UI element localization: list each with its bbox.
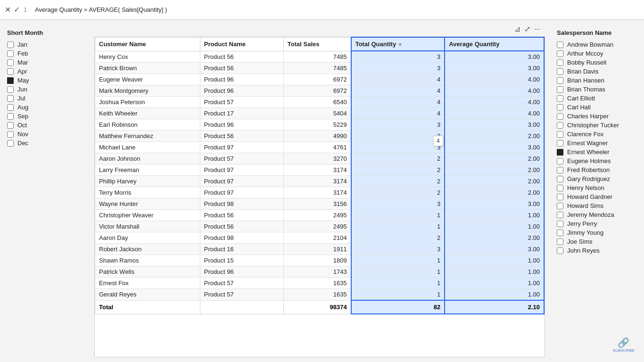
- table-row[interactable]: Earl RobinsonProduct 96522933.00: [95, 119, 545, 131]
- person-checkbox[interactable]: [557, 176, 563, 182]
- table-row[interactable]: Ernest FoxProduct 57163511.00: [95, 278, 545, 289]
- person-item[interactable]: Henry Nelson: [557, 184, 637, 191]
- month-checkbox[interactable]: [7, 59, 14, 66]
- person-checkbox[interactable]: [557, 194, 563, 200]
- month-item[interactable]: Jun: [7, 86, 87, 93]
- table-row[interactable]: Gerald ReyesProduct 57163511.00: [95, 289, 545, 301]
- cancel-icon[interactable]: ✕: [5, 5, 11, 14]
- person-item[interactable]: Joe Sims: [557, 238, 637, 245]
- person-checkbox[interactable]: [557, 140, 563, 147]
- person-checkbox[interactable]: [557, 68, 563, 75]
- month-item[interactable]: Nov: [7, 131, 87, 138]
- person-checkbox[interactable]: [557, 131, 563, 138]
- month-item[interactable]: Oct: [7, 122, 87, 129]
- person-checkbox[interactable]: [557, 230, 563, 236]
- person-item[interactable]: Jeremy Mendoza: [557, 211, 637, 218]
- table-row[interactable]: Mark MontgomeryProduct 96697244.00: [95, 85, 545, 97]
- person-item[interactable]: Ernest Wheeler: [557, 148, 637, 156]
- month-checkbox[interactable]: [7, 68, 14, 75]
- person-item[interactable]: Bobby Russell: [557, 59, 637, 66]
- person-checkbox[interactable]: [557, 122, 563, 129]
- table-row[interactable]: Terry MorrisProduct 97317422.00: [95, 187, 545, 198]
- month-checkbox[interactable]: [7, 41, 14, 48]
- month-item[interactable]: Feb: [7, 50, 87, 57]
- table-row[interactable]: Aaron JohnsonProduct 57327022.00: [95, 153, 545, 165]
- person-checkbox[interactable]: [557, 86, 563, 93]
- table-row[interactable]: Matthew FernandezProduct 56499022.00: [95, 131, 545, 142]
- person-item[interactable]: Andrew Bowman: [557, 41, 637, 48]
- more-options-icon[interactable]: ···: [534, 25, 540, 33]
- person-checkbox[interactable]: [557, 59, 563, 66]
- table-row[interactable]: Patrick WellsProduct 96174311.00: [95, 266, 545, 278]
- person-item[interactable]: Gary Rodriguez: [557, 175, 637, 182]
- person-item[interactable]: Jimmy Young: [557, 229, 637, 236]
- person-item[interactable]: Howard Gardner: [557, 193, 637, 200]
- person-checkbox[interactable]: [557, 239, 563, 245]
- month-item[interactable]: Mar: [7, 59, 87, 66]
- table-row[interactable]: Phillip HarveyProduct 97317422.00: [95, 176, 545, 187]
- month-item[interactable]: Jan: [7, 41, 87, 48]
- person-item[interactable]: Clarence Fox: [557, 131, 637, 138]
- month-item[interactable]: Sep: [7, 113, 87, 120]
- person-item[interactable]: Brian Hansen: [557, 77, 637, 84]
- table-row[interactable]: Aaron DayProduct 98210422.00: [95, 232, 545, 244]
- person-item[interactable]: Christopher Tucker: [557, 122, 637, 129]
- person-checkbox[interactable]: [557, 167, 563, 173]
- person-item[interactable]: Charles Harper: [557, 113, 637, 120]
- month-checkbox[interactable]: [7, 140, 14, 147]
- table-scroll[interactable]: Customer Name Product Name Total Sales T…: [95, 37, 545, 357]
- table-row[interactable]: Patrick BrownProduct 56748533.00: [95, 63, 545, 74]
- person-item[interactable]: Ernest Wagner: [557, 140, 637, 147]
- person-item[interactable]: Arthur Mccoy: [557, 50, 637, 57]
- person-checkbox[interactable]: [557, 212, 563, 218]
- table-row[interactable]: Michael LaneProduct 97476133.00: [95, 142, 545, 153]
- person-checkbox[interactable]: [557, 221, 563, 227]
- person-checkbox[interactable]: [557, 50, 563, 57]
- person-item[interactable]: Fred Robertson: [557, 166, 637, 173]
- month-item[interactable]: May: [7, 77, 87, 84]
- person-checkbox[interactable]: [557, 113, 563, 120]
- month-checkbox[interactable]: [7, 95, 14, 102]
- month-item[interactable]: Jul: [7, 95, 87, 102]
- person-item[interactable]: Jerry Perry: [557, 220, 637, 227]
- person-checkbox[interactable]: [557, 95, 563, 102]
- table-row[interactable]: Robert JacksonProduct 16191133.00: [95, 244, 545, 255]
- table-row[interactable]: Henry CoxProduct 56748533.00: [95, 51, 545, 63]
- month-checkbox[interactable]: [7, 50, 14, 57]
- cell-avg-qty: 4.00: [445, 97, 544, 108]
- month-checkbox[interactable]: [7, 113, 14, 120]
- table-row[interactable]: Shawn RamosProduct 15180911.00: [95, 255, 545, 266]
- table-row[interactable]: Wayne HunterProduct 98315633.00: [95, 198, 545, 210]
- table-row[interactable]: Keith WheelerProduct 17540444.00: [95, 108, 545, 119]
- person-checkbox[interactable]: [557, 77, 563, 84]
- filter-icon[interactable]: ⊿: [514, 25, 520, 33]
- month-checkbox[interactable]: [7, 122, 14, 129]
- expand-icon[interactable]: ⤢: [524, 25, 530, 33]
- person-item[interactable]: Carl Hall: [557, 104, 637, 111]
- person-checkbox[interactable]: [557, 158, 563, 165]
- person-checkbox[interactable]: [557, 41, 563, 48]
- person-item[interactable]: Brian Thomas: [557, 86, 637, 93]
- table-row[interactable]: Victor MarshallProduct 56249511.00: [95, 221, 545, 232]
- table-row[interactable]: Eugene WeaverProduct 96697244.00: [95, 74, 545, 85]
- table-row[interactable]: Larry FreemanProduct 97317422.00: [95, 165, 545, 176]
- month-checkbox[interactable]: [7, 131, 14, 138]
- person-item[interactable]: Eugene Holmes: [557, 157, 637, 165]
- month-item[interactable]: Apr: [7, 68, 87, 75]
- table-row[interactable]: Joshua PetersonProduct 57654044.00: [95, 97, 545, 108]
- person-checkbox[interactable]: [557, 247, 563, 254]
- month-checkbox[interactable]: [7, 86, 14, 93]
- table-row[interactable]: Christopher WeaverProduct 56249511.00: [95, 210, 545, 221]
- person-item[interactable]: Howard Sims: [557, 202, 637, 209]
- person-checkbox[interactable]: [557, 104, 563, 111]
- person-item[interactable]: John Reyes: [557, 247, 637, 254]
- col-total-quantity[interactable]: Total Quantity ▼: [351, 37, 445, 51]
- month-checkbox[interactable]: [7, 104, 14, 111]
- confirm-icon[interactable]: ✓: [14, 5, 20, 14]
- month-item[interactable]: Aug: [7, 104, 87, 111]
- person-item[interactable]: Brian Davis: [557, 68, 637, 75]
- month-item[interactable]: Dec: [7, 140, 87, 147]
- person-checkbox[interactable]: [557, 185, 563, 191]
- person-item[interactable]: Carl Elliott: [557, 95, 637, 102]
- person-checkbox[interactable]: [557, 203, 563, 209]
